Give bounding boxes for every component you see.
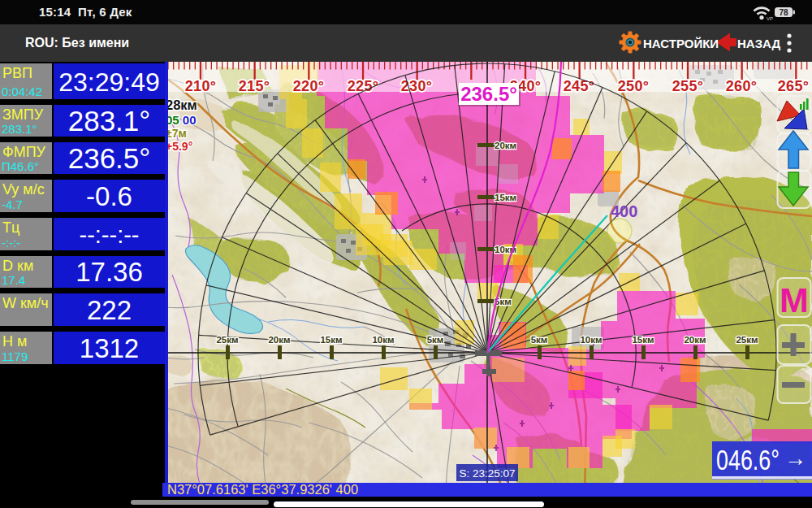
svg-text:15км: 15км (320, 335, 342, 345)
svg-text:210°: 210° (185, 78, 216, 94)
svg-text:5км: 5км (531, 335, 548, 345)
svg-text:+5.9°: +5.9° (166, 140, 192, 153)
svg-text:220°: 220° (293, 78, 324, 94)
svg-text:5км: 5км (427, 335, 444, 345)
svg-text:→: → (784, 446, 806, 471)
svg-text:046.6°: 046.6° (716, 444, 780, 475)
svg-text:25км: 25км (216, 335, 238, 345)
svg-text:260°: 260° (726, 78, 757, 94)
svg-text:±7м: ±7м (166, 127, 187, 140)
svg-text:255°: 255° (672, 78, 703, 94)
svg-text:10км: 10км (580, 335, 602, 345)
svg-text:20км: 20км (268, 335, 290, 345)
svg-text:230°: 230° (401, 78, 432, 94)
svg-text:15км: 15км (632, 335, 654, 345)
svg-text:400: 400 (611, 202, 637, 220)
svg-text:215°: 215° (239, 78, 270, 94)
svg-text:M: M (780, 280, 809, 319)
svg-text:15км: 15км (495, 193, 516, 202)
svg-text:28км: 28км (166, 98, 197, 112)
svg-text:VP: VP (767, 16, 773, 21)
svg-text:20км: 20км (495, 141, 516, 150)
svg-text:245°: 245° (564, 78, 594, 94)
svg-text:20км: 20км (684, 335, 706, 345)
svg-text:10км: 10км (372, 335, 394, 345)
svg-text:265°: 265° (778, 78, 809, 94)
svg-text:25км: 25км (736, 335, 758, 345)
svg-text:S: 23:25:07: S: 23:25:07 (459, 467, 515, 480)
svg-text:236.5°: 236.5° (460, 83, 517, 105)
svg-text:78: 78 (779, 8, 788, 17)
svg-text:05 00: 05 00 (166, 113, 197, 127)
svg-text:250°: 250° (618, 78, 649, 94)
